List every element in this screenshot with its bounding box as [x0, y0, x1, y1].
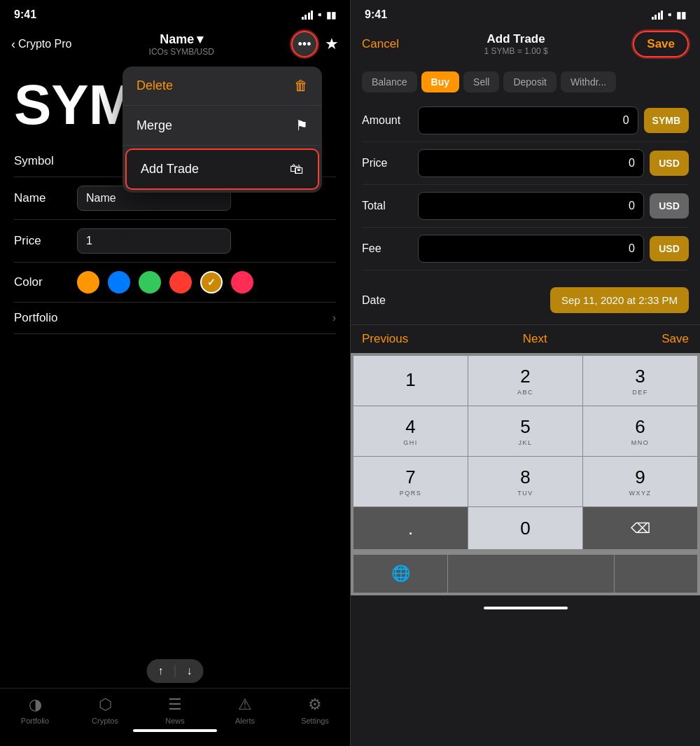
form-row-price: Price: [14, 220, 336, 263]
amount-currency: SYMB: [644, 108, 689, 133]
right-panel: 9:41 ⁌ ▮▮ Cancel Add Trade 1 SYMB = 1.00…: [350, 0, 700, 746]
key-9-num: 9: [635, 467, 645, 488]
scroll-down-button[interactable]: ↓: [187, 665, 192, 677]
time-right: 9:41: [365, 8, 387, 21]
key-4-sub: GHI: [403, 439, 418, 446]
key-0[interactable]: 0: [468, 507, 582, 549]
color-label: Color: [14, 275, 77, 289]
portfolio-arrow-icon: ›: [332, 312, 336, 324]
price-trade-label: Price: [362, 157, 418, 170]
price-input-wrap: USD: [418, 149, 689, 177]
trade-row-price: Price USD: [362, 142, 689, 185]
swatch-pink[interactable]: [231, 271, 253, 293]
key-backspace[interactable]: ⌫: [583, 507, 697, 549]
key-2-sub: ABC: [517, 389, 533, 396]
key-9[interactable]: 9 WXYZ: [583, 457, 697, 506]
home-indicator-left: [133, 729, 217, 732]
signal-icon: [302, 11, 314, 20]
key-4[interactable]: 4 GHI: [354, 406, 468, 456]
more-button[interactable]: •••: [291, 31, 318, 57]
news-icon: ☰: [168, 696, 182, 714]
swatch-green[interactable]: [139, 271, 161, 293]
key-9-sub: WXYZ: [629, 490, 652, 497]
next-button[interactable]: Next: [523, 332, 547, 346]
cancel-button[interactable]: Cancel: [362, 37, 399, 51]
key-6-num: 6: [635, 416, 645, 438]
alerts-icon: ⚠: [238, 696, 252, 714]
key-1[interactable]: 1: [354, 356, 468, 406]
key-2[interactable]: 2 ABC: [468, 356, 582, 406]
keyboard-toolbar: Previous Next Save: [351, 324, 700, 353]
more-dots-icon: •••: [298, 37, 312, 52]
date-picker[interactable]: Sep 11, 2020 at 2:33 PM: [550, 287, 689, 313]
keyboard-save-button[interactable]: Save: [662, 332, 689, 346]
key-4-num: 4: [405, 416, 415, 438]
trade-row-fee: Fee USD: [362, 228, 689, 270]
portfolio-icon: ◑: [29, 696, 42, 714]
form-row-portfolio[interactable]: Portfolio ›: [14, 303, 336, 334]
nav-settings[interactable]: ⚙ Settings: [280, 696, 350, 725]
price-input[interactable]: [77, 228, 231, 254]
key-6[interactable]: 6 MNO: [583, 406, 697, 456]
nav-cryptos[interactable]: ⬡ Cryptos: [70, 696, 140, 725]
bag-icon: 🛍: [290, 161, 304, 177]
tab-sell[interactable]: Sell: [463, 71, 499, 92]
back-button[interactable]: ‹ Crypto Pro: [11, 37, 71, 52]
nav-news[interactable]: ☰ News: [140, 696, 210, 725]
key-3-num: 3: [635, 366, 645, 387]
swatch-red[interactable]: [169, 271, 192, 293]
dropdown-merge-item[interactable]: Merge ⚑: [122, 106, 322, 146]
add-trade-title: Add Trade: [484, 32, 548, 46]
amount-input-wrap: SYMB: [418, 106, 689, 134]
key-empty: [448, 555, 614, 593]
swatch-blue[interactable]: [108, 271, 130, 293]
total-input[interactable]: [418, 192, 644, 220]
key-dot[interactable]: .: [354, 507, 468, 549]
delete-label: Delete: [136, 78, 173, 93]
globe-icon: 🌐: [391, 565, 410, 583]
key-5[interactable]: 5 JKL: [468, 406, 582, 456]
bottom-nav-left: ◑ Portfolio ⬡ Cryptos ☰ News ⚠ Alerts ⚙ …: [0, 688, 350, 746]
price-currency: USD: [650, 151, 689, 176]
battery-icon-right: ▮▮: [676, 10, 686, 20]
key-globe[interactable]: 🌐: [354, 555, 447, 593]
merge-icon: ⚑: [295, 117, 308, 134]
total-input-wrap: USD: [418, 192, 689, 220]
dropdown-delete-item[interactable]: Delete 🗑: [122, 67, 322, 106]
tab-buy[interactable]: Buy: [421, 71, 459, 92]
price-label: Price: [14, 234, 77, 248]
tab-deposit[interactable]: Deposit: [503, 71, 556, 92]
back-chevron-icon: ‹: [11, 37, 15, 52]
color-swatches: [77, 271, 253, 293]
tab-balance[interactable]: Balance: [362, 71, 417, 92]
tab-withdraw[interactable]: Withdr...: [561, 71, 616, 92]
nav-alerts[interactable]: ⚠ Alerts: [210, 696, 280, 725]
trade-tabs: Balance Buy Sell Deposit Withdr...: [351, 64, 700, 99]
key-2-num: 2: [520, 366, 530, 387]
trade-row-amount: Amount SYMB: [362, 99, 689, 142]
merge-label: Merge: [136, 118, 172, 133]
key-3-sub: DEF: [632, 389, 648, 396]
save-button[interactable]: Save: [633, 31, 689, 57]
key-8-num: 8: [520, 467, 530, 488]
key-7-sub: PQRS: [400, 490, 422, 497]
swatch-orange[interactable]: [77, 271, 99, 293]
swatch-yellow-selected[interactable]: [200, 271, 223, 293]
key-8[interactable]: 8 TUV: [468, 457, 582, 506]
nav-portfolio[interactable]: ◑ Portfolio: [0, 696, 70, 725]
scroll-up-button[interactable]: ↑: [158, 665, 164, 677]
dropdown-add-trade-item[interactable]: Add Trade 🛍: [125, 148, 319, 190]
key-6-sub: MNO: [631, 439, 650, 446]
status-icons-left: ⁌ ▮▮: [302, 10, 337, 20]
key-3[interactable]: 3 DEF: [583, 356, 697, 406]
fee-input[interactable]: [418, 235, 644, 263]
right-bottom: [351, 595, 700, 615]
key-7[interactable]: 7 PQRS: [354, 457, 468, 506]
previous-button[interactable]: Previous: [362, 332, 408, 346]
trade-row-total: Total USD: [362, 185, 689, 228]
price-trade-input[interactable]: [418, 149, 644, 177]
amount-input[interactable]: [418, 106, 638, 134]
key-5-sub: JKL: [518, 439, 532, 446]
favorite-button[interactable]: ★: [325, 35, 339, 53]
status-bar-right: 9:41 ⁌ ▮▮: [351, 0, 700, 25]
